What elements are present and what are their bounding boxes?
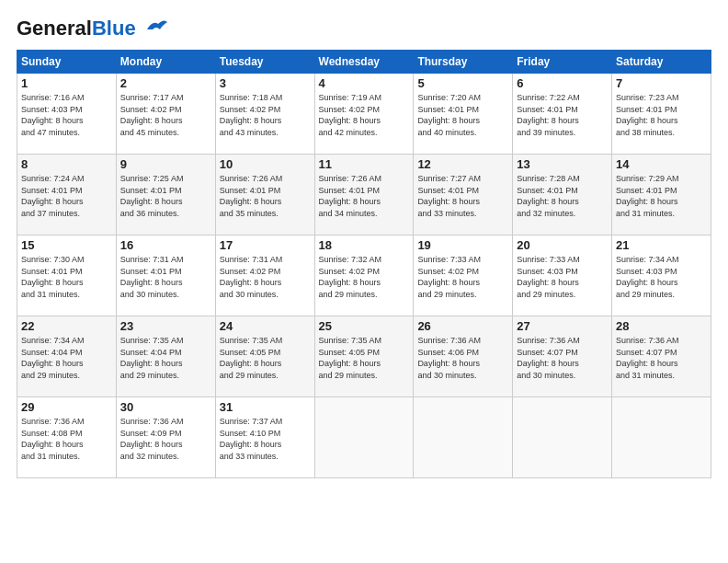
calendar-cell: 13Sunrise: 7:28 AM Sunset: 4:01 PM Dayli… (513, 155, 612, 236)
day-info: Sunrise: 7:20 AM Sunset: 4:01 PM Dayligh… (417, 92, 508, 138)
day-info: Sunrise: 7:33 AM Sunset: 4:03 PM Dayligh… (517, 254, 608, 300)
calendar-cell: 23Sunrise: 7:35 AM Sunset: 4:04 PM Dayli… (116, 316, 215, 397)
day-info: Sunrise: 7:26 AM Sunset: 4:01 PM Dayligh… (319, 173, 410, 219)
calendar-cell: 4Sunrise: 7:19 AM Sunset: 4:02 PM Daylig… (314, 74, 414, 155)
calendar-cell (612, 397, 711, 478)
day-number: 8 (21, 157, 112, 171)
day-info: Sunrise: 7:31 AM Sunset: 4:02 PM Dayligh… (220, 254, 311, 300)
calendar-cell: 19Sunrise: 7:33 AM Sunset: 4:02 PM Dayli… (414, 236, 513, 316)
day-number: 7 (616, 76, 707, 90)
calendar-cell: 25Sunrise: 7:35 AM Sunset: 4:05 PM Dayli… (314, 316, 414, 397)
calendar-week-2: 8Sunrise: 7:24 AM Sunset: 4:01 PM Daylig… (17, 155, 711, 236)
weekday-header-saturday: Saturday (612, 51, 711, 74)
day-number: 17 (220, 238, 311, 252)
calendar-cell: 17Sunrise: 7:31 AM Sunset: 4:02 PM Dayli… (215, 236, 314, 316)
day-info: Sunrise: 7:36 AM Sunset: 4:07 PM Dayligh… (517, 335, 608, 381)
calendar-week-5: 29Sunrise: 7:36 AM Sunset: 4:08 PM Dayli… (17, 397, 711, 478)
logo-text: GeneralBlue (17, 17, 136, 40)
calendar-cell: 8Sunrise: 7:24 AM Sunset: 4:01 PM Daylig… (17, 155, 117, 236)
day-info: Sunrise: 7:26 AM Sunset: 4:01 PM Dayligh… (220, 173, 311, 219)
calendar-header-row: SundayMondayTuesdayWednesdayThursdayFrid… (17, 51, 711, 74)
day-number: 26 (417, 319, 508, 333)
day-number: 4 (319, 76, 410, 90)
day-number: 23 (120, 319, 211, 333)
day-info: Sunrise: 7:19 AM Sunset: 4:02 PM Dayligh… (319, 92, 410, 138)
day-info: Sunrise: 7:32 AM Sunset: 4:02 PM Dayligh… (319, 254, 410, 300)
day-info: Sunrise: 7:28 AM Sunset: 4:01 PM Dayligh… (517, 173, 608, 219)
day-number: 10 (220, 157, 311, 171)
day-info: Sunrise: 7:18 AM Sunset: 4:02 PM Dayligh… (220, 92, 311, 138)
page-header: GeneralBlue (17, 17, 711, 40)
calendar-cell: 12Sunrise: 7:27 AM Sunset: 4:01 PM Dayli… (414, 155, 513, 236)
day-number: 28 (616, 319, 707, 333)
calendar-cell: 30Sunrise: 7:36 AM Sunset: 4:09 PM Dayli… (116, 397, 215, 478)
day-number: 3 (220, 76, 311, 90)
day-number: 5 (417, 76, 508, 90)
calendar-cell: 7Sunrise: 7:23 AM Sunset: 4:01 PM Daylig… (612, 74, 711, 155)
day-info: Sunrise: 7:35 AM Sunset: 4:05 PM Dayligh… (220, 335, 311, 381)
day-number: 18 (319, 238, 410, 252)
day-number: 11 (319, 157, 410, 171)
day-number: 1 (21, 76, 112, 90)
calendar-cell: 9Sunrise: 7:25 AM Sunset: 4:01 PM Daylig… (116, 155, 215, 236)
day-info: Sunrise: 7:35 AM Sunset: 4:05 PM Dayligh… (319, 335, 410, 381)
calendar-cell: 6Sunrise: 7:22 AM Sunset: 4:01 PM Daylig… (513, 74, 612, 155)
day-number: 14 (616, 157, 707, 171)
day-number: 19 (417, 238, 508, 252)
day-number: 31 (220, 400, 311, 414)
calendar-cell: 24Sunrise: 7:35 AM Sunset: 4:05 PM Dayli… (215, 316, 314, 397)
calendar-cell: 27Sunrise: 7:36 AM Sunset: 4:07 PM Dayli… (513, 316, 612, 397)
day-info: Sunrise: 7:17 AM Sunset: 4:02 PM Dayligh… (120, 92, 211, 138)
day-number: 22 (21, 319, 112, 333)
calendar-cell: 5Sunrise: 7:20 AM Sunset: 4:01 PM Daylig… (414, 74, 513, 155)
day-number: 29 (21, 400, 112, 414)
calendar-cell: 20Sunrise: 7:33 AM Sunset: 4:03 PM Dayli… (513, 236, 612, 316)
day-number: 24 (220, 319, 311, 333)
day-number: 25 (319, 319, 410, 333)
calendar-cell: 1Sunrise: 7:16 AM Sunset: 4:03 PM Daylig… (17, 74, 117, 155)
day-info: Sunrise: 7:37 AM Sunset: 4:10 PM Dayligh… (220, 416, 311, 462)
weekday-header-thursday: Thursday (414, 51, 513, 74)
weekday-header-monday: Monday (116, 51, 215, 74)
calendar-week-3: 15Sunrise: 7:30 AM Sunset: 4:01 PM Dayli… (17, 236, 711, 316)
calendar-cell: 21Sunrise: 7:34 AM Sunset: 4:03 PM Dayli… (612, 236, 711, 316)
day-number: 6 (517, 76, 608, 90)
day-number: 30 (120, 400, 211, 414)
day-number: 21 (616, 238, 707, 252)
logo: GeneralBlue (17, 17, 169, 40)
logo-bird-icon (140, 17, 169, 37)
weekday-header-wednesday: Wednesday (314, 51, 414, 74)
day-info: Sunrise: 7:34 AM Sunset: 4:03 PM Dayligh… (616, 254, 707, 300)
day-info: Sunrise: 7:16 AM Sunset: 4:03 PM Dayligh… (21, 92, 112, 138)
day-info: Sunrise: 7:23 AM Sunset: 4:01 PM Dayligh… (616, 92, 707, 138)
calendar-cell: 3Sunrise: 7:18 AM Sunset: 4:02 PM Daylig… (215, 74, 314, 155)
weekday-header-tuesday: Tuesday (215, 51, 314, 74)
calendar-cell: 11Sunrise: 7:26 AM Sunset: 4:01 PM Dayli… (314, 155, 414, 236)
calendar-cell (513, 397, 612, 478)
calendar-cell: 29Sunrise: 7:36 AM Sunset: 4:08 PM Dayli… (17, 397, 117, 478)
calendar-cell: 26Sunrise: 7:36 AM Sunset: 4:06 PM Dayli… (414, 316, 513, 397)
day-number: 2 (120, 76, 211, 90)
calendar-cell: 14Sunrise: 7:29 AM Sunset: 4:01 PM Dayli… (612, 155, 711, 236)
calendar-table: SundayMondayTuesdayWednesdayThursdayFrid… (17, 50, 711, 478)
day-info: Sunrise: 7:24 AM Sunset: 4:01 PM Dayligh… (21, 173, 112, 219)
day-info: Sunrise: 7:36 AM Sunset: 4:07 PM Dayligh… (616, 335, 707, 381)
calendar-cell: 10Sunrise: 7:26 AM Sunset: 4:01 PM Dayli… (215, 155, 314, 236)
day-info: Sunrise: 7:29 AM Sunset: 4:01 PM Dayligh… (616, 173, 707, 219)
calendar-cell: 18Sunrise: 7:32 AM Sunset: 4:02 PM Dayli… (314, 236, 414, 316)
day-info: Sunrise: 7:31 AM Sunset: 4:01 PM Dayligh… (120, 254, 211, 300)
day-number: 15 (21, 238, 112, 252)
calendar-cell: 2Sunrise: 7:17 AM Sunset: 4:02 PM Daylig… (116, 74, 215, 155)
day-info: Sunrise: 7:36 AM Sunset: 4:08 PM Dayligh… (21, 416, 112, 462)
day-info: Sunrise: 7:34 AM Sunset: 4:04 PM Dayligh… (21, 335, 112, 381)
calendar-cell (314, 397, 414, 478)
day-info: Sunrise: 7:35 AM Sunset: 4:04 PM Dayligh… (120, 335, 211, 381)
calendar-cell (414, 397, 513, 478)
calendar-cell: 28Sunrise: 7:36 AM Sunset: 4:07 PM Dayli… (612, 316, 711, 397)
day-info: Sunrise: 7:25 AM Sunset: 4:01 PM Dayligh… (120, 173, 211, 219)
day-info: Sunrise: 7:36 AM Sunset: 4:06 PM Dayligh… (417, 335, 508, 381)
day-number: 12 (417, 157, 508, 171)
page-container: GeneralBlue SundayMondayTuesdayWednesday… (0, 0, 728, 488)
day-number: 16 (120, 238, 211, 252)
calendar-week-4: 22Sunrise: 7:34 AM Sunset: 4:04 PM Dayli… (17, 316, 711, 397)
